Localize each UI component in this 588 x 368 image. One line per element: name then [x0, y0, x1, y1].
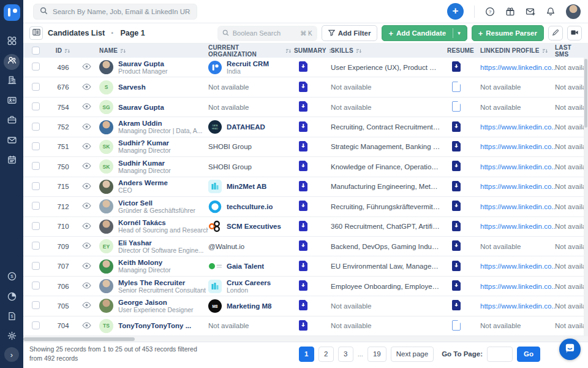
summary-doc-icon[interactable] — [299, 161, 307, 171]
sidebar-item-settings[interactable] — [4, 329, 20, 345]
preview-eye-icon[interactable] — [82, 302, 91, 309]
next-page-button[interactable]: Next page — [391, 347, 434, 362]
candidate-name-link[interactable]: Sudhir? Kumar — [118, 139, 171, 147]
row-checkbox[interactable] — [32, 222, 40, 230]
quick-add-button[interactable]: + — [447, 3, 464, 20]
row-checkbox[interactable] — [32, 142, 40, 150]
bell-icon[interactable] — [546, 7, 556, 17]
candidate-name-link[interactable]: Sarvesh — [118, 83, 146, 91]
video-button[interactable] — [567, 26, 582, 40]
edit-columns-button[interactable] — [548, 26, 563, 40]
org-link[interactable]: Recruit CRM — [227, 60, 269, 67]
resume-doc-icon[interactable] — [452, 320, 461, 331]
preview-eye-icon[interactable] — [82, 83, 91, 90]
org-link[interactable]: SCM Executives — [227, 223, 281, 230]
column-header-skills[interactable]: SKILLS — [331, 47, 447, 54]
resume-doc-icon[interactable] — [452, 61, 461, 72]
candidate-name-link[interactable]: Anders Werme — [118, 179, 168, 186]
candidate-name-link[interactable]: Keith Molony — [118, 259, 171, 266]
row-checkbox[interactable] — [32, 162, 40, 170]
preview-eye-icon[interactable] — [82, 322, 91, 329]
vertical-scrollbar-thumb[interactable] — [584, 59, 587, 128]
linkedin-link[interactable]: https://www.linkedin.co... — [480, 163, 555, 171]
page-button-1[interactable]: 1 — [299, 347, 314, 362]
candidate-name-link[interactable]: TonyTonyTonyTony ... — [118, 322, 191, 329]
linkedin-link[interactable]: https://www.linkedin.co... — [480, 223, 555, 230]
summary-doc-icon[interactable] — [299, 320, 307, 331]
row-checkbox[interactable] — [32, 242, 40, 250]
go-button[interactable]: Go — [517, 347, 540, 362]
preview-eye-icon[interactable] — [82, 202, 91, 209]
preview-eye-icon[interactable] — [82, 242, 91, 249]
sidebar-item-email[interactable] — [4, 133, 20, 149]
summary-doc-icon[interactable] — [299, 121, 307, 132]
linkedin-link[interactable]: https://www.linkedin.co... — [480, 283, 555, 290]
summary-doc-icon[interactable] — [299, 181, 307, 191]
preview-eye-icon[interactable] — [82, 163, 91, 169]
sort-icon[interactable] — [120, 48, 126, 54]
linkedin-link[interactable]: https://www.linkedin.co... — [480, 143, 555, 150]
sidebar-item-invoices[interactable]: $ — [4, 309, 20, 325]
summary-doc-icon[interactable] — [299, 300, 307, 310]
row-checkbox[interactable] — [32, 321, 40, 329]
candidate-name-link[interactable]: Sudhir Kumar — [118, 159, 171, 167]
sort-icon[interactable] — [64, 48, 70, 54]
vertical-scrollbar[interactable] — [584, 58, 588, 336]
sidebar-collapse-button[interactable]: › — [4, 347, 19, 362]
linkedin-link[interactable]: https://www.linkedin.co... — [480, 263, 555, 270]
candidate-name-link[interactable]: Akram Uddin — [118, 120, 203, 127]
resume-doc-icon[interactable] — [452, 181, 461, 191]
recruit-crm-logo[interactable] — [4, 4, 20, 21]
linkedin-link[interactable]: https://www.linkedin.co... — [480, 203, 555, 210]
sidebar-item-contacts[interactable] — [4, 93, 20, 109]
candidate-name-link[interactable]: Victor Sell — [118, 199, 195, 207]
linkedin-link[interactable]: https://www.linkedin.co... — [480, 64, 555, 71]
page-button-3[interactable]: 3 — [338, 347, 353, 362]
resume-doc-icon[interactable] — [452, 101, 461, 112]
row-checkbox[interactable] — [32, 202, 40, 210]
horizontal-scrollbar-thumb[interactable] — [23, 337, 135, 341]
preview-eye-icon[interactable] — [82, 143, 91, 150]
column-header-name[interactable]: NAME — [99, 47, 208, 54]
preview-eye-icon[interactable] — [82, 282, 91, 289]
sidebar-item-jobs[interactable] — [4, 113, 20, 129]
candidate-name-link[interactable]: Saurav Gupta — [118, 60, 168, 67]
resume-doc-icon[interactable] — [452, 121, 461, 132]
mail-plus-icon[interactable] — [526, 7, 535, 17]
row-checkbox[interactable] — [32, 123, 40, 131]
candidate-name-link[interactable]: Myles The Recruiter — [118, 279, 206, 286]
preview-eye-icon[interactable] — [82, 103, 91, 110]
goto-page-input[interactable] — [487, 347, 513, 362]
add-filter-button[interactable]: Add Filter — [322, 25, 378, 41]
preview-eye-icon[interactable] — [82, 183, 91, 190]
row-checkbox[interactable] — [32, 102, 40, 110]
chat-widget-button[interactable] — [559, 339, 581, 360]
summary-doc-icon[interactable] — [299, 201, 307, 211]
resume-doc-icon[interactable] — [452, 161, 461, 171]
org-link[interactable]: DATAHEAD — [227, 123, 265, 131]
boolean-search-input[interactable] — [233, 29, 297, 37]
help-icon[interactable]: ? — [485, 7, 495, 17]
row-checkbox[interactable] — [32, 282, 40, 289]
summary-doc-icon[interactable] — [299, 240, 307, 251]
candidate-name-link[interactable]: Eli Yashar — [118, 239, 203, 247]
org-link[interactable]: techculture.io — [227, 203, 273, 210]
global-search[interactable] — [33, 4, 197, 20]
row-checkbox[interactable] — [32, 301, 40, 309]
view-switcher-button[interactable] — [29, 26, 43, 40]
linkedin-link[interactable]: https://www.linkedin.co... — [480, 302, 555, 310]
sort-icon[interactable] — [542, 48, 548, 54]
resume-doc-icon[interactable] — [452, 280, 461, 291]
summary-doc-icon[interactable] — [299, 280, 307, 291]
global-search-input[interactable] — [53, 8, 190, 15]
horizontal-scrollbar[interactable] — [23, 336, 588, 342]
add-candidate-button[interactable]: + Add Candidate ▾ — [382, 25, 467, 41]
select-all-checkbox[interactable] — [32, 47, 40, 55]
linkedin-link[interactable]: https://www.linkedin.co... — [480, 123, 555, 131]
resume-doc-icon[interactable] — [452, 240, 461, 251]
resume-doc-icon[interactable] — [452, 221, 461, 231]
summary-doc-icon[interactable] — [299, 261, 307, 271]
preview-eye-icon[interactable] — [82, 263, 91, 269]
page-button-19[interactable]: 19 — [368, 347, 386, 362]
sidebar-item-candidates[interactable] — [4, 54, 20, 70]
